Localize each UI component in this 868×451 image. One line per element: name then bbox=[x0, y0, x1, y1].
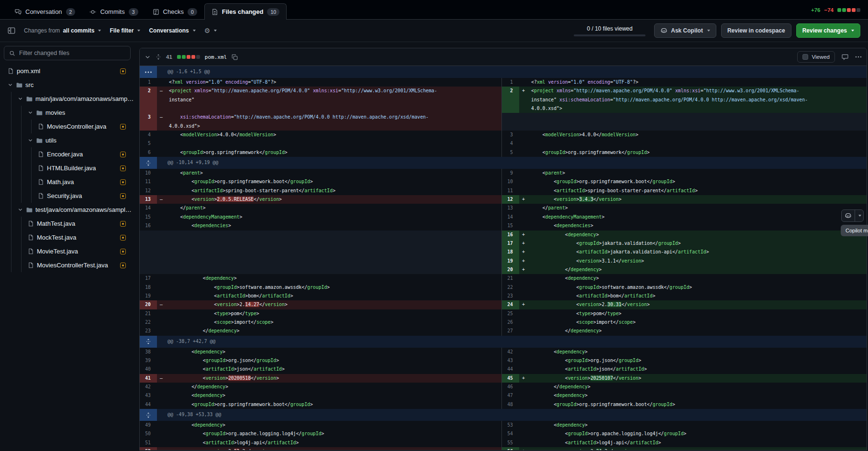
line-number[interactable]: 24 bbox=[501, 300, 519, 309]
line-number[interactable]: 42 bbox=[140, 383, 157, 391]
copy-icon[interactable] bbox=[232, 54, 238, 60]
line-number[interactable]: 2 bbox=[501, 87, 519, 113]
line-number[interactable]: 17 bbox=[140, 274, 157, 283]
line-number[interactable]: 46 bbox=[501, 383, 519, 391]
line-number[interactable]: 42 bbox=[501, 348, 519, 356]
tab-commits[interactable]: Commits3 bbox=[82, 3, 145, 20]
copilot-inline-button[interactable] bbox=[841, 209, 864, 222]
line-number[interactable]: 20 bbox=[140, 300, 157, 309]
conversations-dropdown[interactable]: Conversations bbox=[149, 27, 195, 34]
diff-settings-dropdown[interactable]: ⚙ bbox=[204, 27, 217, 34]
tree-folder-utils[interactable]: utils bbox=[4, 133, 131, 147]
tree-file-moviescontrollertest-java[interactable]: MoviesControllerTest.java bbox=[4, 258, 131, 272]
drag-handle-icon[interactable] bbox=[156, 54, 161, 60]
line-number[interactable]: 16 bbox=[501, 231, 519, 239]
review-changes-button[interactable]: Review changes bbox=[796, 23, 860, 38]
file-name[interactable]: pom.xml bbox=[205, 54, 227, 60]
line-number[interactable]: 53 bbox=[501, 421, 519, 429]
line-number[interactable]: 41 bbox=[140, 374, 157, 383]
line-number[interactable]: 22 bbox=[501, 283, 519, 292]
tree-file-math-java[interactable]: Math.java bbox=[4, 175, 131, 189]
expand-hunk-button[interactable] bbox=[140, 66, 157, 78]
tree-folder-main-java-com-amazonaws-samp-[interactable]: main/java/com/amazonaws/samp… bbox=[4, 92, 131, 106]
line-number[interactable]: 9 bbox=[501, 169, 519, 177]
line-number[interactable]: 13 bbox=[501, 204, 519, 212]
line-number[interactable]: 50 bbox=[140, 429, 157, 438]
line-number[interactable]: 23 bbox=[501, 292, 519, 300]
line-number[interactable]: 13 bbox=[140, 195, 157, 204]
line-number[interactable]: 16 bbox=[140, 221, 157, 230]
collapse-sidebar-icon[interactable] bbox=[8, 27, 15, 34]
line-number[interactable]: 15 bbox=[140, 213, 157, 221]
line-number[interactable]: 2 bbox=[140, 87, 157, 113]
comment-icon[interactable] bbox=[842, 54, 848, 60]
line-number[interactable]: 11 bbox=[501, 187, 519, 195]
viewed-toggle[interactable]: Viewed bbox=[797, 51, 835, 63]
tree-file-movietest-java[interactable]: MovieTest.java bbox=[4, 244, 131, 258]
line-number[interactable]: 26 bbox=[501, 318, 519, 327]
line-number[interactable]: 17 bbox=[501, 239, 519, 248]
line-number[interactable]: 11 bbox=[140, 177, 157, 186]
line-number[interactable]: 40 bbox=[140, 365, 157, 374]
tree-folder-movies[interactable]: movies bbox=[4, 106, 131, 120]
line-number[interactable]: 21 bbox=[501, 274, 519, 283]
line-number[interactable]: 27 bbox=[501, 327, 519, 335]
file-filter-dropdown[interactable]: File filter bbox=[110, 27, 140, 34]
line-number[interactable]: 49 bbox=[140, 421, 157, 429]
line-number[interactable]: 12 bbox=[501, 195, 519, 204]
tab-files-changed[interactable]: Files changed10 bbox=[204, 3, 287, 20]
line-number[interactable]: 44 bbox=[501, 365, 519, 374]
line-number[interactable]: 15 bbox=[501, 221, 519, 230]
line-number[interactable]: 39 bbox=[140, 356, 157, 365]
line-number[interactable]: 4 bbox=[501, 139, 519, 148]
tree-file-mocktest-java[interactable]: MockTest.java bbox=[4, 231, 131, 244]
line-number[interactable]: 25 bbox=[501, 309, 519, 318]
line-number[interactable]: 1 bbox=[140, 78, 157, 87]
filter-changed-files-input[interactable]: Filter changed files bbox=[4, 46, 131, 60]
line-number[interactable]: 52 bbox=[140, 447, 157, 451]
line-number[interactable]: 5 bbox=[501, 148, 519, 157]
line-number[interactable]: 20 bbox=[501, 265, 519, 274]
line-number[interactable]: 12 bbox=[140, 187, 157, 195]
line-number[interactable]: 23 bbox=[140, 327, 157, 335]
tree-folder-src[interactable]: src bbox=[4, 78, 131, 92]
line-number[interactable]: 21 bbox=[140, 309, 157, 318]
line-number[interactable]: 54 bbox=[501, 429, 519, 438]
line-number[interactable]: 45 bbox=[501, 374, 519, 383]
line-number[interactable]: 1 bbox=[501, 78, 519, 87]
kebab-menu-icon[interactable] bbox=[855, 56, 862, 58]
line-number[interactable]: 43 bbox=[140, 391, 157, 400]
tree-file-mathtest-java[interactable]: MathTest.java bbox=[4, 217, 131, 231]
line-number[interactable]: 18 bbox=[140, 283, 157, 292]
review-in-codespace-button[interactable]: Review in codespace bbox=[721, 23, 791, 38]
tree-file-moviescontroller-java[interactable]: MoviesController.java bbox=[4, 120, 131, 133]
tab-checks[interactable]: Checks0 bbox=[145, 3, 204, 20]
line-number[interactable]: 14 bbox=[140, 204, 157, 212]
tree-file-pom-xml[interactable]: pom.xml bbox=[4, 64, 131, 78]
expand-hunk-button[interactable] bbox=[140, 409, 157, 421]
line-number[interactable]: 48 bbox=[501, 400, 519, 409]
line-number[interactable]: 19 bbox=[501, 257, 519, 265]
line-number[interactable]: 22 bbox=[140, 318, 157, 327]
line-number[interactable]: 3 bbox=[140, 113, 157, 131]
line-number[interactable]: 10 bbox=[140, 169, 157, 177]
tree-file-security-java[interactable]: Security.java bbox=[4, 189, 131, 203]
expand-hunk-button[interactable] bbox=[140, 336, 157, 348]
tree-file-encoder-java[interactable]: Encoder.java bbox=[4, 147, 131, 161]
line-number[interactable]: 3 bbox=[501, 131, 519, 139]
line-number[interactable]: 47 bbox=[501, 391, 519, 400]
line-number[interactable]: 56 bbox=[501, 447, 519, 451]
line-number[interactable]: 4 bbox=[140, 131, 157, 139]
line-number[interactable]: 43 bbox=[501, 356, 519, 365]
expand-hunk-button[interactable] bbox=[140, 157, 157, 169]
line-number[interactable]: 19 bbox=[140, 292, 157, 300]
line-number[interactable]: 55 bbox=[501, 439, 519, 447]
tree-file-htmlbuilder-java[interactable]: HTMLBuilder.java bbox=[4, 161, 131, 175]
ask-copilot-button[interactable]: Ask Copilot bbox=[654, 23, 716, 38]
line-number[interactable]: 10 bbox=[501, 177, 519, 186]
line-number[interactable]: 5 bbox=[140, 139, 157, 148]
chevron-down-icon[interactable] bbox=[855, 210, 863, 221]
line-number[interactable]: 44 bbox=[140, 400, 157, 409]
tab-conversation[interactable]: Conversation2 bbox=[8, 3, 82, 20]
line-number[interactable]: 38 bbox=[140, 348, 157, 356]
